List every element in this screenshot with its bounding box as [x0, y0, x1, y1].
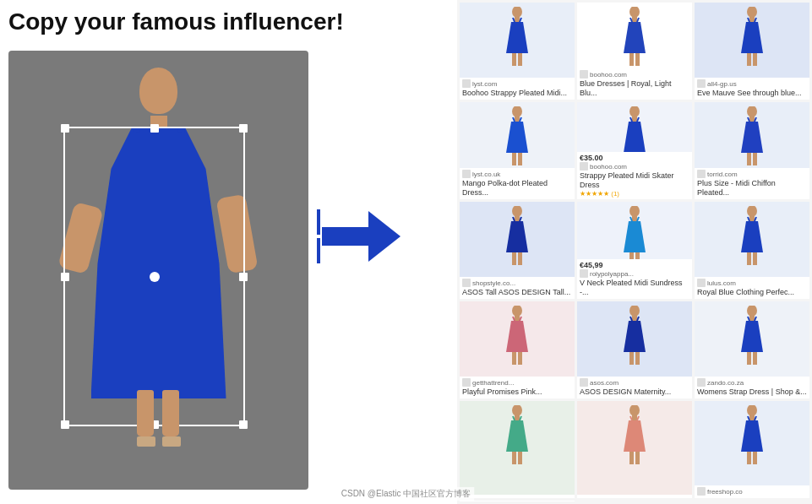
svg-rect-65 [635, 352, 640, 365]
svg-rect-7 [632, 17, 637, 22]
product-card[interactable]: getthattrend...Playful Promises Pink... [460, 301, 575, 398]
svg-rect-89 [753, 452, 757, 464]
product-image [460, 102, 575, 168]
svg-line-50 [748, 217, 749, 221]
svg-rect-71 [753, 352, 757, 365]
source-icon [462, 279, 471, 287]
svg-rect-19 [515, 117, 520, 122]
source-line: boohoo.com [580, 162, 689, 171]
product-card[interactable]: freeshop.co [695, 401, 809, 498]
product-title: Eve Mauve See through blue... [697, 89, 807, 98]
arrow-container [317, 209, 401, 263]
product-info [577, 495, 692, 498]
product-title: ASOS DESIGN Maternity... [580, 387, 689, 397]
product-card[interactable]: shein.com [460, 501, 575, 501]
product-card[interactable]: torrid.comPlus Size - Midi Chiffon Pleat… [695, 102, 809, 199]
svg-rect-67 [749, 316, 755, 321]
svg-point-24 [629, 106, 640, 117]
svg-point-66 [747, 306, 757, 317]
product-info: boohoo.comBlue Dresses | Royal, Light Bl… [577, 68, 692, 100]
svg-point-42 [629, 206, 640, 217]
product-title: Boohoo Strappy Pleated Midi... [462, 89, 572, 98]
svg-rect-79 [632, 415, 637, 420]
product-image [577, 102, 692, 152]
svg-rect-25 [632, 117, 637, 122]
product-card[interactable]: €35.00boohoo.comStrappy Pleated Midi Ska… [577, 102, 692, 199]
svg-rect-10 [629, 53, 634, 66]
product-info: lyst.co.ukMango Polka-dot Pleated Dress.… [460, 168, 575, 199]
product-card[interactable]: all4-gp.usEve Mauve See through blue... [695, 3, 809, 100]
svg-line-9 [637, 18, 639, 22]
headline: Copy your famous influencer! [8, 8, 344, 35]
svg-line-87 [755, 416, 756, 420]
person-head [139, 68, 177, 114]
svg-rect-17 [753, 53, 757, 66]
svg-rect-31 [749, 117, 755, 122]
svg-line-26 [630, 117, 632, 122]
product-price: €45,99 [580, 261, 689, 269]
source-name: lulus.com [707, 279, 736, 287]
product-title: Playful Promises Pink... [462, 387, 572, 397]
arm-left [57, 202, 104, 274]
product-card[interactable]: €45,99rolypolyappa...V Neck Pleated Midi… [577, 202, 692, 299]
svg-line-20 [513, 117, 515, 122]
source-line: asos.com [580, 378, 689, 387]
source-name: freeshop.co [707, 488, 743, 496]
source-line: freeshop.co [697, 487, 807, 496]
product-info: lulus.comRoyal Blue Clothing Perfec... [695, 277, 809, 299]
source-line: torrid.com [697, 170, 807, 178]
svg-line-45 [637, 217, 639, 221]
person-arms [66, 196, 252, 247]
source-icon [462, 170, 471, 178]
product-card[interactable]: lyst.co.ukMango Polka-dot Pleated Dress.… [460, 102, 575, 199]
svg-line-8 [630, 18, 632, 22]
product-card[interactable]: boohoo.comBlue Dresses | Royal, Light Bl… [577, 3, 692, 100]
svg-rect-11 [635, 53, 640, 66]
svg-rect-43 [632, 216, 637, 221]
svg-rect-70 [747, 352, 751, 365]
source-name: asos.com [590, 379, 619, 387]
product-image [695, 102, 809, 168]
svg-line-38 [513, 217, 515, 221]
source-line: boohoo.com [580, 70, 689, 79]
svg-point-12 [747, 7, 757, 18]
product-image [460, 202, 575, 277]
source-line: lyst.co.uk [462, 170, 572, 178]
source-name: boohoo.com [590, 71, 627, 79]
svg-rect-23 [518, 153, 522, 165]
product-card[interactable] [460, 401, 575, 498]
product-info: zando.co.zaWomens Strap Dress | Shop &..… [695, 377, 809, 398]
svg-rect-58 [512, 352, 516, 365]
product-card[interactable]: asos.comASOS DESIGN Maternity... [577, 301, 692, 398]
source-icon [580, 378, 588, 387]
source-icon [580, 269, 588, 278]
product-info: shein.com [460, 501, 575, 501]
product-card[interactable] [577, 401, 692, 498]
svg-rect-1 [515, 17, 520, 22]
source-icon [697, 79, 706, 88]
svg-rect-55 [515, 316, 520, 321]
source-icon [697, 378, 706, 387]
product-image [577, 3, 692, 68]
product-card[interactable]: shopstyle.co...ASOS Tall ASOS DESIGN Tal… [460, 202, 575, 299]
product-card[interactable]: lulus.comRoyal Blue Clothing Perfec... [695, 202, 809, 299]
svg-rect-73 [515, 415, 520, 420]
product-price: €35.00 [580, 154, 689, 162]
svg-rect-37 [515, 216, 520, 221]
source-line: shopstyle.co... [462, 279, 572, 287]
influencer-image [8, 51, 308, 490]
svg-point-30 [747, 106, 757, 117]
svg-line-80 [630, 416, 632, 420]
svg-line-21 [520, 117, 521, 122]
svg-point-0 [512, 7, 522, 18]
svg-line-33 [755, 117, 756, 122]
product-card[interactable]: lyst.comBoohoo Strappy Pleated Midi... [460, 3, 575, 100]
svg-line-68 [748, 317, 749, 321]
product-image [695, 301, 809, 377]
svg-line-15 [755, 18, 756, 22]
product-card[interactable]: zando.co.zaWomens Strap Dress | Shop &..… [695, 301, 809, 398]
svg-rect-5 [518, 53, 522, 66]
svg-rect-40 [512, 252, 516, 265]
svg-point-84 [747, 405, 757, 416]
svg-line-69 [755, 317, 756, 321]
